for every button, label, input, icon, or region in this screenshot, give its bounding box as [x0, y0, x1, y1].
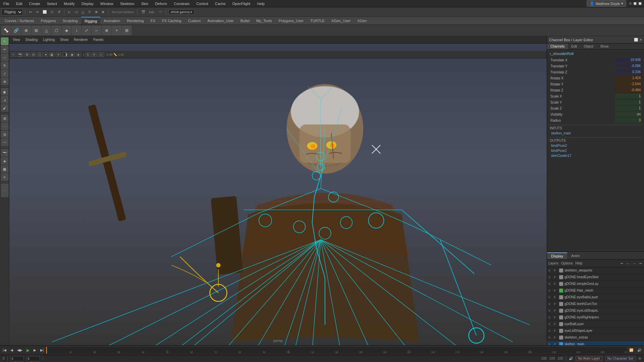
- toolbar-icon-7[interactable]: ◁: [73, 9, 79, 14]
- layer-v-toggle[interactable]: V: [548, 289, 552, 292]
- scale-tool-left[interactable]: ⤢: [1, 70, 8, 77]
- toolbar-icon-1[interactable]: ↩: [28, 9, 33, 14]
- layer-row[interactable]: V P gDONE:teethGumTon: [547, 301, 644, 307]
- vp-menu-renderer[interactable]: Renderer: [72, 38, 89, 42]
- no-anim-layer[interactable]: No Anim Layer: [576, 356, 602, 361]
- menu-help[interactable]: Help: [256, 1, 266, 6]
- render-tool[interactable]: ◈: [1, 157, 8, 165]
- paint-tool[interactable]: ✏: [1, 46, 8, 53]
- shelf-icon-10[interactable]: ↔: [92, 26, 101, 35]
- vp-smooth-btn[interactable]: ●: [44, 52, 48, 57]
- layer-p-toggle[interactable]: P: [554, 316, 558, 319]
- tl-start-btn[interactable]: |◀: [1, 348, 8, 353]
- cb-expand[interactable]: ⬜: [634, 38, 638, 42]
- frame-input-a[interactable]: [10, 356, 24, 361]
- cb-tab-channels[interactable]: Channels: [547, 44, 568, 49]
- layer-tab-display[interactable]: Display: [547, 252, 567, 259]
- layer-p-toggle[interactable]: P: [554, 276, 558, 279]
- vp-panel-btn[interactable]: ⊞: [24, 52, 30, 57]
- shelf-tab-curves[interactable]: Curves / Surfaces: [1, 17, 37, 24]
- vp-menu-show[interactable]: Show: [59, 38, 70, 42]
- toolbar-icon-5[interactable]: ↺: [56, 9, 62, 14]
- cb-tab-object[interactable]: Object: [581, 44, 597, 49]
- toolbar-icon-2[interactable]: ↪: [35, 9, 40, 14]
- shelf-icon-6[interactable]: ⬡: [52, 26, 61, 35]
- layer-row[interactable]: V P gDONE:eyeBallsLayer: [547, 294, 644, 301]
- layer-sub-options[interactable]: Options: [561, 261, 573, 265]
- snap-points[interactable]: ⋯: [1, 123, 8, 130]
- layer-p-toggle[interactable]: P: [554, 336, 558, 339]
- mode-select[interactable]: Rigging: [1, 9, 23, 15]
- menu-skin[interactable]: Skin: [140, 1, 150, 6]
- tl-prev-btn[interactable]: ◀: [9, 348, 14, 353]
- shelf-icon-1[interactable]: 🦴: [1, 26, 11, 35]
- vp-camera-btn[interactable]: 📷: [17, 52, 23, 57]
- layer-row[interactable]: V P skelton_main: [547, 341, 644, 345]
- playback-icons[interactable]: ▷▷: [148, 9, 156, 14]
- layer-v-toggle[interactable]: V: [548, 302, 552, 306]
- vp-menu-lighting[interactable]: Lighting: [42, 38, 56, 42]
- shelf-tab-polyuser[interactable]: Polygons_User: [275, 17, 307, 24]
- vp-iso-btn[interactable]: ◈: [76, 52, 81, 57]
- layer-v-toggle[interactable]: V: [548, 282, 552, 286]
- attr-translate-x[interactable]: Translate X 19.938: [548, 57, 643, 63]
- toolbar-icon-9[interactable]: ▽: [87, 9, 92, 14]
- shelf-icon-11[interactable]: ⊗: [102, 26, 111, 35]
- shelf-tab-fxcaching[interactable]: FX Caching: [159, 17, 184, 24]
- layer-nav-prev[interactable]: ←: [625, 261, 631, 265]
- vp-shadow-btn[interactable]: 🌒: [62, 52, 68, 57]
- tl-loop-btn[interactable]: 🔁: [628, 348, 635, 353]
- vp-menu-view[interactable]: View: [11, 38, 21, 42]
- menu-select[interactable]: Select: [46, 1, 59, 6]
- layer-tool[interactable]: ▦: [1, 165, 8, 173]
- shelf-tab-rigging[interactable]: Rigging: [81, 17, 100, 24]
- rotate-tool-left[interactable]: ↻: [1, 62, 8, 69]
- attr-scale-y[interactable]: Scale Y 1: [548, 99, 643, 105]
- layer-row[interactable]: V P gDONE:Hair_mesh: [547, 287, 644, 294]
- shelf-tab-polygons[interactable]: Polygons: [37, 17, 59, 24]
- shelf-icon-2[interactable]: 🔗: [11, 26, 21, 35]
- cb-close[interactable]: ✕: [639, 38, 642, 42]
- user-badge[interactable]: 👤 Matthew Doyle ▾: [587, 0, 627, 7]
- tl-play-back-btn[interactable]: ◀▶: [16, 348, 24, 353]
- layer-p-toggle[interactable]: P: [554, 282, 558, 286]
- layer-v-toggle[interactable]: V: [548, 276, 552, 279]
- shelf-icon-13[interactable]: ⊞: [122, 26, 131, 35]
- universal-manip[interactable]: ⊕: [1, 78, 8, 85]
- menu-create[interactable]: Create: [28, 1, 42, 6]
- layer-p-toggle[interactable]: P: [554, 343, 558, 346]
- show-manip[interactable]: ⊞: [1, 115, 8, 122]
- vp-wire-btn[interactable]: ⬡: [37, 52, 43, 57]
- vp-ao-btn[interactable]: ◉: [69, 52, 75, 57]
- layer-p-toggle[interactable]: P: [554, 302, 558, 306]
- toolbar-icon-10[interactable]: ⊕: [94, 9, 99, 14]
- srgb-select[interactable]: sRGB gamma ▾: [168, 9, 195, 15]
- playhead[interactable]: [46, 347, 47, 354]
- layer-v-toggle[interactable]: V: [548, 269, 552, 272]
- shelf-icon-5[interactable]: △: [42, 26, 51, 35]
- layer-p-toggle[interactable]: P: [554, 269, 558, 272]
- layer-p-toggle[interactable]: P: [554, 289, 558, 292]
- snap-curve[interactable]: 〰: [1, 139, 8, 146]
- attr-rotate-z[interactable]: Rotate Z -0.484: [548, 87, 643, 93]
- no-char-set[interactable]: No Character Set: [605, 356, 636, 361]
- vp-texture-btn[interactable]: ▦: [49, 52, 55, 57]
- menu-openflight[interactable]: OpenFlight: [231, 1, 252, 6]
- menu-cache[interactable]: Cache: [214, 1, 227, 6]
- menu-window[interactable]: Window: [99, 1, 115, 6]
- menu-modify[interactable]: Modify: [62, 1, 76, 6]
- shelf-icon-9[interactable]: ⤢: [82, 26, 91, 35]
- menu-skeleton[interactable]: Skeleton: [119, 1, 136, 6]
- attr-rotate-x[interactable]: Rotate X 1.424: [548, 75, 643, 81]
- settings-icon[interactable]: ⚙: [638, 357, 641, 360]
- selected-node-name[interactable]: r_shoulderRoll: [548, 51, 643, 56]
- layer-row[interactable]: V P gDONE:eyeRigHelpers: [547, 314, 644, 321]
- attr-radius[interactable]: Radius 3: [548, 117, 643, 123]
- vp-loop-btn[interactable]: ⟳: [92, 52, 97, 57]
- shelf-tab-sculpting[interactable]: Sculpting: [59, 17, 81, 24]
- layer-row[interactable]: V P skeleton_extras: [547, 334, 644, 341]
- move-tool-left[interactable]: ↔: [1, 54, 8, 61]
- tl-end-btn[interactable]: ▶|: [39, 348, 45, 353]
- layer-v-toggle[interactable]: V: [548, 322, 552, 326]
- attr-scale-z[interactable]: Scale Z 1: [548, 105, 643, 111]
